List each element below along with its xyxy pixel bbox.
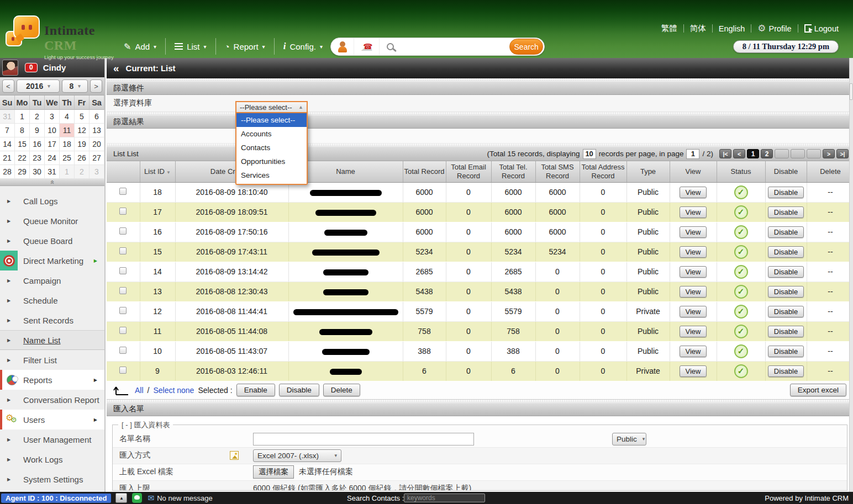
sidebar-item-direct-marketing[interactable]: Direct Marketing▶ [0,251,104,270]
disable-button[interactable]: Disable [768,266,804,278]
menu-config[interactable]: i Config. ▾ [275,41,331,52]
calendar-day[interactable]: 5 [75,110,89,124]
calendar-day[interactable]: 27 [89,151,104,165]
calendar-day[interactable]: 25 [60,151,75,165]
calendar-day[interactable]: 2 [30,110,45,124]
delete-selected-button[interactable]: Delete [323,384,360,396]
per-page-input[interactable]: 10 [583,149,596,159]
column-header-checkbox[interactable] [107,161,140,182]
calendar-month-select[interactable]: 8 ▾ [62,79,88,93]
row-checkbox[interactable] [119,247,127,254]
global-search-input[interactable] [401,40,509,54]
column-header-disable[interactable]: Disable [765,161,807,182]
current-page-input[interactable]: 1 [686,149,699,159]
view-button[interactable]: View [680,187,707,198]
status-enabled-icon[interactable]: ✓ [734,364,748,378]
status-enabled-icon[interactable]: ✓ [734,265,748,279]
calendar-day[interactable]: 21 [0,151,15,165]
sidebar-item-system-settings[interactable]: ▶System Settings [0,469,104,489]
calendar-prev-button[interactable]: < [2,79,14,93]
status-enabled-icon[interactable]: ✓ [734,225,748,239]
sidebar-item-reports[interactable]: Reports▶ [0,370,104,390]
sidebar-item-work-logs[interactable]: ▶Work Logs [0,449,104,469]
agent-status-chip[interactable]: Agent ID : 100 : Disconnected [1,494,111,503]
menu-report[interactable]: ◔ Report ▾ [216,42,274,51]
prev-page-button[interactable]: < [733,149,745,158]
scrollbar-track[interactable] [849,58,853,492]
page-button-empty[interactable] [775,149,789,158]
view-button[interactable]: View [680,365,707,377]
sidebar-item-filter-list[interactable]: ▶Filter List [0,350,104,370]
disable-button[interactable]: Disable [768,206,804,218]
column-header-status[interactable]: Status [717,161,765,182]
row-checkbox[interactable] [119,188,127,195]
column-header-total-tel-record[interactable]: Total Tel. Record [491,161,535,182]
dropdown-option-contacts[interactable]: Contacts [236,141,307,155]
column-header-view[interactable]: View [670,161,717,182]
calendar-day[interactable]: 14 [0,137,15,151]
column-header-total-record[interactable]: Total Record [403,161,446,182]
calendar-day[interactable]: 12 [75,124,89,137]
select-none-link[interactable]: Select none [153,386,194,395]
view-button[interactable]: View [680,326,707,337]
column-header-total-sms-record[interactable]: Total SMS Record [535,161,580,182]
calendar-day[interactable]: 13 [89,124,104,137]
status-enabled-icon[interactable]: ✓ [734,344,748,358]
view-button[interactable]: View [680,226,707,238]
calendar-day[interactable]: 29 [15,165,30,179]
row-checkbox[interactable] [119,307,127,314]
notification-badge[interactable]: 0 [25,63,38,72]
sidebar-item-user-management[interactable]: ▶User Management [0,429,104,449]
calendar-day[interactable]: 7 [0,124,15,137]
dropdown-option-please-select[interactable]: --Please select-- [236,113,307,127]
database-dropdown-head[interactable]: --Please select-- ▲ [235,101,308,113]
view-button[interactable]: View [680,286,707,298]
page-button-empty[interactable] [807,149,821,158]
calendar-day[interactable]: 31 [0,110,15,124]
menu-list[interactable]: List ▾ [166,42,215,51]
sidebar-item-call-logs[interactable]: ▶Call Logs [0,191,104,211]
calendar-day[interactable]: 8 [15,124,30,137]
calendar-day[interactable]: 3 [89,165,104,179]
disable-button[interactable]: Disable [768,346,804,357]
select-all-link[interactable]: All [135,386,144,395]
calendar-day[interactable]: 19 [75,137,89,151]
disable-button[interactable]: Disable [768,187,804,198]
sidebar-item-users[interactable]: Users▶ [0,410,104,429]
calendar-day[interactable]: 6 [89,110,104,124]
status-enabled-icon[interactable]: ✓ [734,185,748,199]
calendar-day[interactable]: 18 [60,137,75,151]
column-header-type[interactable]: Type [626,161,670,182]
view-button[interactable]: View [680,206,707,218]
disable-button[interactable]: Disable [768,365,804,377]
row-checkbox[interactable] [119,327,127,334]
last-page-button[interactable]: >| [836,149,849,158]
import-method-select[interactable]: Excel 2007- (.xlsx) ▾ [253,449,341,462]
view-button[interactable]: View [680,346,707,357]
calendar-day[interactable]: 22 [15,151,30,165]
sidebar-item-campaign[interactable]: ▶Campaign [0,270,104,290]
disable-button[interactable]: Disable [768,326,804,337]
calendar-day[interactable]: 3 [45,110,60,124]
row-checkbox[interactable] [119,347,127,354]
list-name-input[interactable] [253,433,474,445]
view-button[interactable]: View [680,246,707,258]
column-header-total-address-record[interactable]: Total Address Record [580,161,626,182]
calendar-next-button[interactable]: > [90,79,102,93]
calendar-day[interactable]: 9 [30,124,45,137]
calendar-collapse-button[interactable]: « [0,179,104,186]
sidebar-item-queue-board[interactable]: ▶Queue Board [0,231,104,251]
calendar-day[interactable]: 28 [0,165,15,179]
calendar-day[interactable]: 23 [30,151,45,165]
row-checkbox[interactable] [119,287,127,294]
enable-selected-button[interactable]: Enable [236,384,275,396]
view-button[interactable]: View [680,266,707,278]
page-button-empty[interactable] [791,149,805,158]
profile-link[interactable]: ⚙ Profile [757,23,791,34]
contact-search-mode[interactable] [331,38,354,55]
collapse-statusbar-button[interactable]: ▲ [115,493,127,503]
row-checkbox[interactable] [119,367,127,374]
calendar-day[interactable]: 10 [45,124,60,137]
choose-file-button[interactable]: 選擇檔案 [253,465,294,479]
row-checkbox[interactable] [119,208,127,215]
